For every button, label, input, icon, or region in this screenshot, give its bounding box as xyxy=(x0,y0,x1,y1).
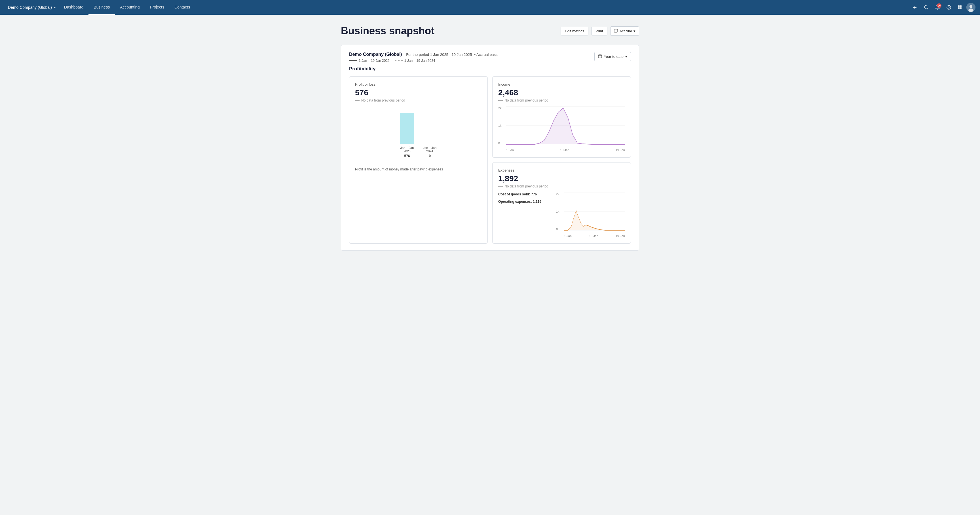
profit-loss-card: Profit or loss 576 No data from previous… xyxy=(349,76,488,243)
operating-expenses-row: Operating expenses: 1,116 xyxy=(498,200,549,203)
cost-of-goods-row: Cost of goods sold: 776 xyxy=(498,192,549,196)
bar-chart-x-labels: Jan – Jan 2025 Jan – Jan 2024 xyxy=(393,146,444,153)
expenses-y-mid: 1k xyxy=(556,210,564,213)
profit-loss-label: Profit or loss xyxy=(355,82,482,86)
expenses-detail-row: Cost of goods sold: 776 Operating expens… xyxy=(498,192,625,238)
legend-current-label: 1 Jan – 19 Jan 2025 xyxy=(359,59,390,63)
company-chevron-icon: ▾ xyxy=(54,6,56,9)
accrual-dropdown[interactable]: Accrual ▾ xyxy=(610,26,639,36)
income-x-end: 19 Jan xyxy=(616,148,625,152)
expenses-x-end: 19 Jan xyxy=(616,234,625,238)
income-x-labels: 1 Jan 10 Jan 19 Jan xyxy=(506,148,625,152)
svg-rect-7 xyxy=(960,5,962,7)
legend-prev: 1 Jan – 19 Jan 2024 xyxy=(395,59,435,63)
nav-business[interactable]: Business xyxy=(89,0,115,15)
nav-accounting[interactable]: Accounting xyxy=(115,0,145,15)
svg-rect-9 xyxy=(960,7,962,9)
expenses-line-chart: 2k 1k 0 xyxy=(556,192,625,238)
operating-value: 1,116 xyxy=(533,200,541,203)
expenses-y-max: 2k xyxy=(556,192,564,196)
page-title: Business snapshot xyxy=(341,25,434,37)
company-switcher[interactable]: Demo Company (Global) ▾ xyxy=(5,0,59,15)
income-svg xyxy=(506,106,625,145)
snapshot-header: Demo Company (Global) For the period 1 J… xyxy=(349,52,631,63)
bar-prev-x-label: Jan – Jan 2024 xyxy=(423,146,437,153)
search-icon[interactable] xyxy=(921,2,931,13)
expenses-svg xyxy=(564,192,625,231)
navigation: Demo Company (Global) ▾ Dashboard Busine… xyxy=(0,0,980,15)
snapshot-company-row: Demo Company (Global) For the period 1 J… xyxy=(349,52,498,57)
expenses-detail: Cost of goods sold: 776 Operating expens… xyxy=(498,192,549,238)
snapshot-info: Demo Company (Global) For the period 1 J… xyxy=(349,52,498,63)
income-x-mid: 10 Jan xyxy=(560,148,570,152)
expenses-prev-label: No data from previous period xyxy=(504,184,549,188)
profit-note: Profit is the amount of money made after… xyxy=(355,163,482,171)
avatar[interactable] xyxy=(966,3,975,12)
income-y-labels: 2k 1k 0 xyxy=(498,106,506,145)
section-title: Profitability xyxy=(349,66,631,72)
company-name: Demo Company (Global) xyxy=(8,5,52,10)
expenses-label: Expenses xyxy=(498,168,625,172)
apps-icon[interactable] xyxy=(955,2,965,13)
income-y-mid: 1k xyxy=(498,124,506,127)
expenses-prev: No data from previous period xyxy=(498,184,625,188)
snapshot-card: Demo Company (Global) For the period 1 J… xyxy=(341,45,639,251)
income-line xyxy=(506,108,625,145)
print-button[interactable]: Print xyxy=(591,27,608,35)
svg-rect-6 xyxy=(958,5,959,7)
svg-point-12 xyxy=(968,8,974,12)
right-metrics: Income 2,468 No data from previous perio… xyxy=(492,76,631,243)
help-icon[interactable]: ? xyxy=(944,2,954,13)
income-line-chart: 2k 1k 0 xyxy=(498,106,625,152)
snapshot-legend: 1 Jan – 19 Jan 2025 1 Jan – 19 Jan 2024 xyxy=(349,59,498,63)
ytd-chevron-icon: ▾ xyxy=(625,54,627,59)
snapshot-basis: • Accrual basis xyxy=(474,52,498,57)
profit-loss-value: 576 xyxy=(355,88,482,97)
profitability-section: Profitability Profit or loss 576 No data… xyxy=(349,66,631,243)
cost-label: Cost of goods sold: xyxy=(498,192,530,196)
income-prev-label: No data from previous period xyxy=(504,99,549,102)
income-prev: No data from previous period xyxy=(498,99,625,102)
legend-current-line xyxy=(349,60,357,61)
notification-badge: 9+ xyxy=(937,3,942,8)
expenses-value: 1,892 xyxy=(498,174,625,183)
legend-current: 1 Jan – 19 Jan 2025 xyxy=(349,59,390,63)
income-label: Income xyxy=(498,82,625,86)
operating-label: Operating expenses: xyxy=(498,200,532,203)
accrual-icon xyxy=(614,29,618,33)
bar-current-val: 576 xyxy=(400,154,414,158)
expenses-x-mid: 10 Jan xyxy=(589,234,598,238)
profit-bar-chart: Jan – Jan 2025 Jan – Jan 2024 576 0 xyxy=(355,106,482,158)
calendar-icon xyxy=(598,54,602,59)
edit-metrics-button[interactable]: Edit metrics xyxy=(561,27,589,35)
expenses-prev-dash-icon xyxy=(498,186,503,187)
year-to-date-button[interactable]: Year to date ▾ xyxy=(594,52,631,61)
svg-rect-13 xyxy=(614,29,617,32)
nav-links: Dashboard Business Accounting Projects C… xyxy=(59,0,910,15)
legend-prev-line xyxy=(395,60,402,61)
income-value: 2,468 xyxy=(498,88,625,97)
snapshot-company: Demo Company (Global) xyxy=(349,52,402,57)
svg-point-2 xyxy=(924,6,927,8)
page-header: Business snapshot Edit metrics Print Acc… xyxy=(341,25,639,37)
nav-contacts[interactable]: Contacts xyxy=(169,0,195,15)
accrual-chevron-icon: ▾ xyxy=(633,29,635,33)
add-icon[interactable] xyxy=(910,2,920,13)
income-x-start: 1 Jan xyxy=(506,148,514,152)
expenses-card: Expenses 1,892 No data from previous per… xyxy=(492,162,631,243)
nav-dashboard[interactable]: Dashboard xyxy=(59,0,89,15)
ytd-label: Year to date xyxy=(604,54,624,59)
page-content: Business snapshot Edit metrics Print Acc… xyxy=(334,15,646,268)
notifications-icon[interactable]: 9+ xyxy=(932,2,943,13)
metrics-grid: Profit or loss 576 No data from previous… xyxy=(349,76,631,243)
income-y-min: 0 xyxy=(498,141,506,145)
svg-point-11 xyxy=(969,5,972,8)
income-card: Income 2,468 No data from previous perio… xyxy=(492,76,631,158)
bar-current-x-label: Jan – Jan 2025 xyxy=(400,146,414,153)
bar-prev-val: 0 xyxy=(423,154,437,158)
nav-projects[interactable]: Projects xyxy=(145,0,169,15)
svg-line-3 xyxy=(927,8,928,10)
expenses-x-labels: 1 Jan 10 Jan 19 Jan xyxy=(564,234,625,238)
page-header-actions: Edit metrics Print Accrual ▾ xyxy=(561,26,639,36)
profit-loss-prev-label: No data from previous period xyxy=(361,99,405,102)
